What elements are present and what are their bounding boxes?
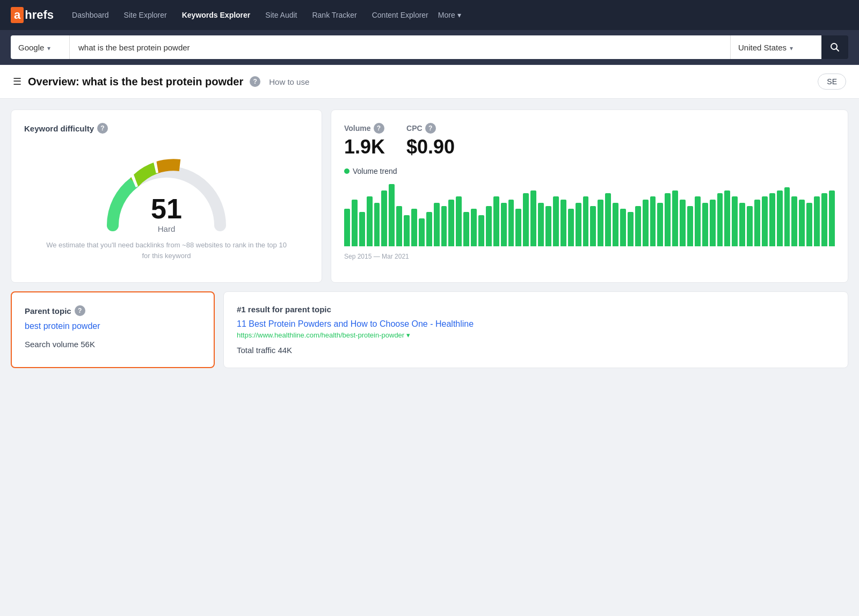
nav-site-explorer[interactable]: Site Explorer — [119, 8, 172, 23]
page-header: ☰ Overview: what is the best protein pow… — [0, 65, 859, 99]
chart-bar — [352, 200, 358, 246]
chart-bar — [463, 212, 469, 246]
volume-bar-chart — [344, 184, 835, 248]
chart-bar — [515, 209, 521, 246]
kd-card-label: Keyword difficulty ? — [24, 123, 309, 134]
gauge-score: 51 — [151, 195, 182, 223]
parent-topic-help-icon[interactable]: ? — [75, 305, 85, 316]
chart-bar — [717, 193, 723, 246]
parent-topic-link[interactable]: best protein powder — [25, 321, 201, 331]
gauge-difficulty-label: Hard — [158, 224, 176, 233]
search-input-wrapper — [70, 35, 730, 59]
chart-bar — [583, 196, 589, 246]
nav-dashboard[interactable]: Dashboard — [67, 8, 114, 23]
search-icon — [830, 42, 840, 52]
nav-rank-tracker[interactable]: Rank Tracker — [307, 8, 362, 23]
chart-bar — [367, 196, 373, 246]
search-bar: Google United States — [0, 30, 859, 65]
chart-bar — [501, 203, 507, 246]
result-traffic: Total traffic 44K — [237, 346, 835, 355]
chart-bar — [702, 203, 708, 246]
result-card: #1 result for parent topic 11 Best Prote… — [223, 291, 848, 368]
chart-bar — [747, 206, 753, 246]
volume-card: Volume ? 1.9K CPC ? $0.90 Volume trend — [331, 109, 848, 283]
page-title: Overview: what is the best protein powde… — [28, 76, 243, 88]
engine-selector[interactable]: Google — [11, 35, 70, 59]
cpc-help-icon[interactable]: ? — [425, 123, 436, 134]
chart-bar — [762, 196, 768, 246]
chart-bar — [643, 200, 649, 246]
chart-bar — [396, 206, 402, 246]
cpc-value: $0.90 — [406, 136, 455, 158]
top-row: Keyword difficulty ? — [11, 109, 848, 283]
kd-help-icon[interactable]: ? — [97, 123, 108, 134]
chart-bar — [657, 203, 663, 246]
chart-bar — [754, 200, 760, 246]
hamburger-icon[interactable]: ☰ — [13, 76, 21, 87]
kd-card: Keyword difficulty ? — [11, 109, 322, 283]
chart-bar — [545, 206, 551, 246]
chart-bar — [710, 200, 716, 246]
main-content: Keyword difficulty ? — [0, 99, 859, 379]
engine-chevron-icon — [47, 43, 50, 52]
chart-bar — [598, 200, 603, 246]
chart-bar — [456, 196, 462, 246]
chart-bar — [672, 190, 678, 246]
cpc-label: CPC ? — [406, 123, 455, 134]
nav-keywords-explorer[interactable]: Keywords Explorer — [177, 8, 256, 23]
search-input[interactable] — [70, 35, 730, 59]
gauge-svg: 51 Hard — [97, 148, 236, 233]
chart-bar — [344, 209, 350, 246]
chart-bar — [732, 196, 738, 246]
parent-topic-search-volume: Search volume 56K — [25, 340, 201, 349]
kd-description: We estimate that you'll need backlinks f… — [43, 240, 290, 261]
cpc-metric: CPC ? $0.90 — [406, 123, 455, 158]
chart-bar — [553, 196, 559, 246]
trend-dot-icon — [344, 168, 350, 174]
gauge-container: 51 Hard We estimate that you'll need bac… — [24, 142, 309, 269]
result-title-link[interactable]: 11 Best Protein Powders and How to Choos… — [237, 319, 835, 329]
chart-bar — [739, 203, 745, 246]
chart-bar — [613, 203, 618, 246]
chart-bar — [441, 206, 447, 246]
country-selector[interactable]: United States — [730, 35, 821, 59]
chart-bar — [448, 200, 454, 246]
country-label: United States — [738, 43, 787, 52]
chart-bar — [530, 190, 536, 246]
volume-help-icon[interactable]: ? — [374, 123, 384, 134]
chart-bar — [493, 196, 499, 246]
logo-text: hrefs — [25, 8, 54, 22]
parent-topic-label: Parent topic ? — [25, 305, 201, 316]
nav-site-audit[interactable]: Site Audit — [260, 8, 302, 23]
volume-label: Volume ? — [344, 123, 385, 134]
how-to-use-link[interactable]: How to use — [269, 77, 309, 86]
chart-bar — [769, 193, 775, 246]
volume-metric: Volume ? 1.9K — [344, 123, 385, 158]
chart-bar — [426, 212, 432, 246]
logo-a-letter: a — [11, 7, 24, 23]
chart-bar — [635, 206, 641, 246]
result-url[interactable]: https://www.healthline.com/health/best-p… — [237, 331, 835, 339]
chart-bar — [829, 190, 835, 246]
chart-bar — [777, 190, 783, 246]
se-button[interactable]: SE — [818, 74, 846, 90]
chart-bar — [590, 206, 596, 246]
result-label: #1 result for parent topic — [237, 305, 835, 314]
chart-bar — [814, 196, 820, 246]
parent-topic-card: Parent topic ? best protein powder Searc… — [11, 291, 215, 368]
nav-more[interactable]: More ▾ — [438, 11, 461, 19]
chart-bar — [821, 193, 827, 246]
logo[interactable]: a hrefs — [11, 7, 54, 23]
chart-bar — [434, 203, 440, 246]
volume-trend-label: Volume trend — [344, 167, 835, 175]
nav-content-explorer[interactable]: Content Explorer — [367, 8, 434, 23]
engine-label: Google — [18, 43, 44, 52]
chart-bar — [576, 203, 581, 246]
help-icon[interactable]: ? — [250, 76, 260, 87]
chart-bar — [695, 196, 701, 246]
chart-bar — [486, 206, 492, 246]
search-button[interactable] — [821, 35, 848, 59]
chart-bar — [374, 203, 380, 246]
chart-bar — [650, 196, 656, 246]
volume-metrics: Volume ? 1.9K CPC ? $0.90 — [344, 123, 835, 158]
